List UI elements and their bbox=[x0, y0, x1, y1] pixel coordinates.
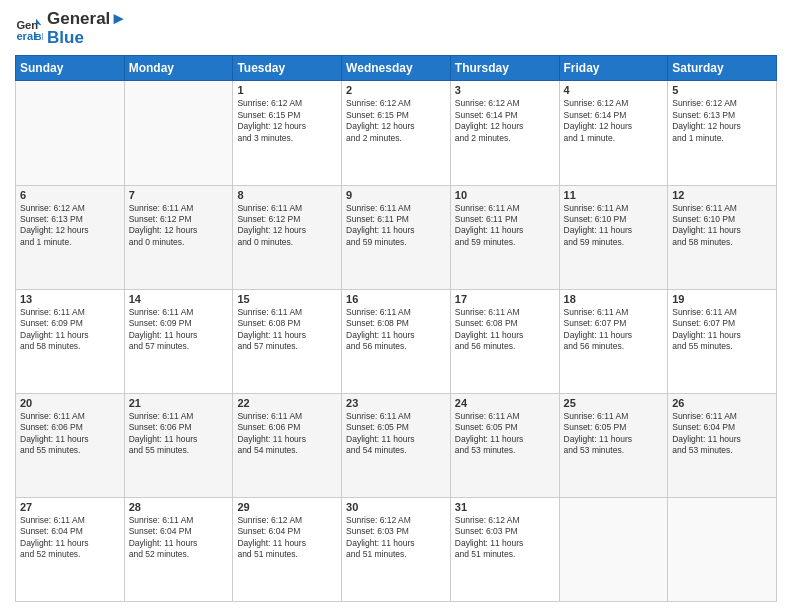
day-header-sunday: Sunday bbox=[16, 56, 125, 81]
day-number: 17 bbox=[455, 293, 555, 305]
day-number: 31 bbox=[455, 501, 555, 513]
week-row-0: 1Sunrise: 6:12 AM Sunset: 6:15 PM Daylig… bbox=[16, 81, 777, 185]
day-info: Sunrise: 6:11 AM Sunset: 6:09 PM Dayligh… bbox=[20, 307, 120, 353]
calendar-cell: 25Sunrise: 6:11 AM Sunset: 6:05 PM Dayli… bbox=[559, 393, 668, 497]
calendar-cell: 20Sunrise: 6:11 AM Sunset: 6:06 PM Dayli… bbox=[16, 393, 125, 497]
calendar-cell: 18Sunrise: 6:11 AM Sunset: 6:07 PM Dayli… bbox=[559, 289, 668, 393]
calendar-cell: 1Sunrise: 6:12 AM Sunset: 6:15 PM Daylig… bbox=[233, 81, 342, 185]
day-number: 12 bbox=[672, 189, 772, 201]
day-number: 27 bbox=[20, 501, 120, 513]
day-info: Sunrise: 6:11 AM Sunset: 6:12 PM Dayligh… bbox=[129, 203, 229, 249]
day-header-monday: Monday bbox=[124, 56, 233, 81]
day-info: Sunrise: 6:11 AM Sunset: 6:10 PM Dayligh… bbox=[672, 203, 772, 249]
calendar-cell bbox=[16, 81, 125, 185]
calendar-cell: 5Sunrise: 6:12 AM Sunset: 6:13 PM Daylig… bbox=[668, 81, 777, 185]
week-row-2: 13Sunrise: 6:11 AM Sunset: 6:09 PM Dayli… bbox=[16, 289, 777, 393]
calendar-cell: 11Sunrise: 6:11 AM Sunset: 6:10 PM Dayli… bbox=[559, 185, 668, 289]
day-info: Sunrise: 6:11 AM Sunset: 6:07 PM Dayligh… bbox=[672, 307, 772, 353]
svg-text:eral: eral bbox=[16, 29, 36, 41]
day-info: Sunrise: 6:11 AM Sunset: 6:08 PM Dayligh… bbox=[455, 307, 555, 353]
day-info: Sunrise: 6:12 AM Sunset: 6:15 PM Dayligh… bbox=[237, 98, 337, 144]
day-info: Sunrise: 6:11 AM Sunset: 6:12 PM Dayligh… bbox=[237, 203, 337, 249]
calendar-table: SundayMondayTuesdayWednesdayThursdayFrid… bbox=[15, 55, 777, 602]
week-row-4: 27Sunrise: 6:11 AM Sunset: 6:04 PM Dayli… bbox=[16, 497, 777, 601]
day-number: 15 bbox=[237, 293, 337, 305]
day-number: 7 bbox=[129, 189, 229, 201]
calendar-cell: 13Sunrise: 6:11 AM Sunset: 6:09 PM Dayli… bbox=[16, 289, 125, 393]
calendar-cell: 27Sunrise: 6:11 AM Sunset: 6:04 PM Dayli… bbox=[16, 497, 125, 601]
day-number: 19 bbox=[672, 293, 772, 305]
day-number: 18 bbox=[564, 293, 664, 305]
day-info: Sunrise: 6:12 AM Sunset: 6:14 PM Dayligh… bbox=[564, 98, 664, 144]
day-info: Sunrise: 6:11 AM Sunset: 6:06 PM Dayligh… bbox=[129, 411, 229, 457]
day-info: Sunrise: 6:12 AM Sunset: 6:14 PM Dayligh… bbox=[455, 98, 555, 144]
day-info: Sunrise: 6:11 AM Sunset: 6:11 PM Dayligh… bbox=[455, 203, 555, 249]
day-info: Sunrise: 6:12 AM Sunset: 6:13 PM Dayligh… bbox=[20, 203, 120, 249]
calendar-cell: 23Sunrise: 6:11 AM Sunset: 6:05 PM Dayli… bbox=[342, 393, 451, 497]
day-number: 30 bbox=[346, 501, 446, 513]
calendar-cell: 28Sunrise: 6:11 AM Sunset: 6:04 PM Dayli… bbox=[124, 497, 233, 601]
calendar-cell: 31Sunrise: 6:12 AM Sunset: 6:03 PM Dayli… bbox=[450, 497, 559, 601]
day-number: 20 bbox=[20, 397, 120, 409]
logo: Gen eral Blue General► Blue bbox=[15, 10, 127, 47]
svg-text:Blue: Blue bbox=[35, 30, 43, 41]
day-info: Sunrise: 6:11 AM Sunset: 6:05 PM Dayligh… bbox=[455, 411, 555, 457]
calendar-cell: 19Sunrise: 6:11 AM Sunset: 6:07 PM Dayli… bbox=[668, 289, 777, 393]
day-info: Sunrise: 6:11 AM Sunset: 6:11 PM Dayligh… bbox=[346, 203, 446, 249]
calendar-cell: 3Sunrise: 6:12 AM Sunset: 6:14 PM Daylig… bbox=[450, 81, 559, 185]
day-info: Sunrise: 6:11 AM Sunset: 6:08 PM Dayligh… bbox=[346, 307, 446, 353]
calendar-cell: 16Sunrise: 6:11 AM Sunset: 6:08 PM Dayli… bbox=[342, 289, 451, 393]
day-header-friday: Friday bbox=[559, 56, 668, 81]
calendar-cell: 24Sunrise: 6:11 AM Sunset: 6:05 PM Dayli… bbox=[450, 393, 559, 497]
calendar-cell: 2Sunrise: 6:12 AM Sunset: 6:15 PM Daylig… bbox=[342, 81, 451, 185]
day-info: Sunrise: 6:11 AM Sunset: 6:04 PM Dayligh… bbox=[129, 515, 229, 561]
day-number: 24 bbox=[455, 397, 555, 409]
day-number: 22 bbox=[237, 397, 337, 409]
calendar-cell bbox=[124, 81, 233, 185]
day-number: 10 bbox=[455, 189, 555, 201]
day-header-saturday: Saturday bbox=[668, 56, 777, 81]
day-number: 21 bbox=[129, 397, 229, 409]
day-info: Sunrise: 6:12 AM Sunset: 6:03 PM Dayligh… bbox=[346, 515, 446, 561]
day-info: Sunrise: 6:12 AM Sunset: 6:13 PM Dayligh… bbox=[672, 98, 772, 144]
day-info: Sunrise: 6:11 AM Sunset: 6:06 PM Dayligh… bbox=[237, 411, 337, 457]
day-info: Sunrise: 6:11 AM Sunset: 6:10 PM Dayligh… bbox=[564, 203, 664, 249]
day-number: 16 bbox=[346, 293, 446, 305]
calendar-cell: 10Sunrise: 6:11 AM Sunset: 6:11 PM Dayli… bbox=[450, 185, 559, 289]
calendar-cell: 17Sunrise: 6:11 AM Sunset: 6:08 PM Dayli… bbox=[450, 289, 559, 393]
day-number: 13 bbox=[20, 293, 120, 305]
calendar-cell: 21Sunrise: 6:11 AM Sunset: 6:06 PM Dayli… bbox=[124, 393, 233, 497]
calendar-cell: 22Sunrise: 6:11 AM Sunset: 6:06 PM Dayli… bbox=[233, 393, 342, 497]
week-row-3: 20Sunrise: 6:11 AM Sunset: 6:06 PM Dayli… bbox=[16, 393, 777, 497]
day-info: Sunrise: 6:12 AM Sunset: 6:04 PM Dayligh… bbox=[237, 515, 337, 561]
day-number: 2 bbox=[346, 84, 446, 96]
logo-icon: Gen eral Blue bbox=[15, 15, 43, 43]
week-row-1: 6Sunrise: 6:12 AM Sunset: 6:13 PM Daylig… bbox=[16, 185, 777, 289]
day-header-thursday: Thursday bbox=[450, 56, 559, 81]
day-info: Sunrise: 6:12 AM Sunset: 6:15 PM Dayligh… bbox=[346, 98, 446, 144]
day-number: 23 bbox=[346, 397, 446, 409]
day-number: 6 bbox=[20, 189, 120, 201]
calendar-header-row: SundayMondayTuesdayWednesdayThursdayFrid… bbox=[16, 56, 777, 81]
calendar-cell: 7Sunrise: 6:11 AM Sunset: 6:12 PM Daylig… bbox=[124, 185, 233, 289]
header: Gen eral Blue General► Blue bbox=[15, 10, 777, 47]
page: Gen eral Blue General► Blue SundayMonday… bbox=[0, 0, 792, 612]
day-number: 8 bbox=[237, 189, 337, 201]
calendar-cell: 26Sunrise: 6:11 AM Sunset: 6:04 PM Dayli… bbox=[668, 393, 777, 497]
day-info: Sunrise: 6:11 AM Sunset: 6:04 PM Dayligh… bbox=[672, 411, 772, 457]
day-number: 26 bbox=[672, 397, 772, 409]
logo-line2: Blue bbox=[47, 29, 127, 48]
calendar-cell: 8Sunrise: 6:11 AM Sunset: 6:12 PM Daylig… bbox=[233, 185, 342, 289]
day-info: Sunrise: 6:11 AM Sunset: 6:04 PM Dayligh… bbox=[20, 515, 120, 561]
day-number: 14 bbox=[129, 293, 229, 305]
calendar-cell bbox=[559, 497, 668, 601]
calendar-cell: 12Sunrise: 6:11 AM Sunset: 6:10 PM Dayli… bbox=[668, 185, 777, 289]
calendar-cell: 30Sunrise: 6:12 AM Sunset: 6:03 PM Dayli… bbox=[342, 497, 451, 601]
day-number: 5 bbox=[672, 84, 772, 96]
day-info: Sunrise: 6:11 AM Sunset: 6:06 PM Dayligh… bbox=[20, 411, 120, 457]
day-header-wednesday: Wednesday bbox=[342, 56, 451, 81]
logo-line1: General► bbox=[47, 10, 127, 29]
day-number: 29 bbox=[237, 501, 337, 513]
day-info: Sunrise: 6:11 AM Sunset: 6:09 PM Dayligh… bbox=[129, 307, 229, 353]
day-info: Sunrise: 6:12 AM Sunset: 6:03 PM Dayligh… bbox=[455, 515, 555, 561]
